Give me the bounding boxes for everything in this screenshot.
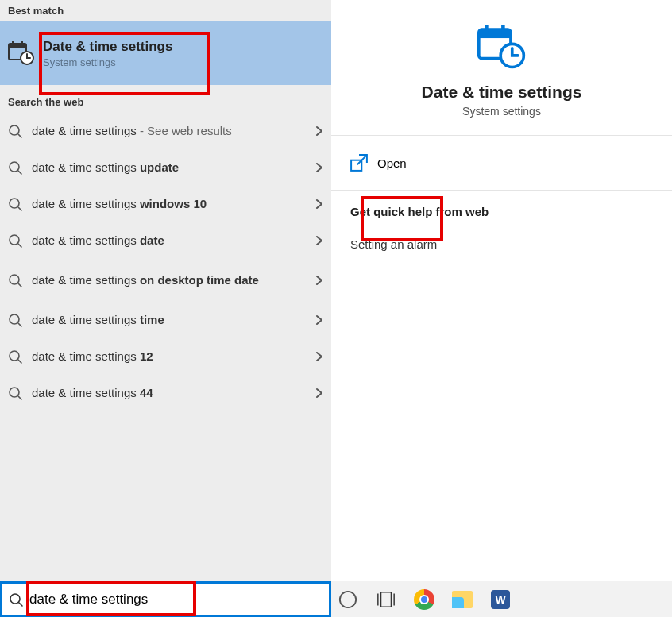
cortana-button[interactable] [336, 588, 360, 611]
preview-title: Date & time settings [339, 83, 664, 102]
suggestion-label: date & time settings 12 [32, 349, 307, 364]
search-icon [9, 592, 23, 607]
suggestion-label: date & time settings 44 [32, 386, 307, 400]
folder-icon [452, 591, 473, 608]
search-icon [8, 313, 22, 327]
search-icon [8, 273, 22, 287]
suggestion-label: date & time settings update [32, 160, 307, 175]
preview-header: Date & time settings System settings [331, 0, 672, 135]
annotation-bestmatch [39, 32, 210, 95]
task-view-button[interactable] [374, 588, 398, 611]
search-box[interactable] [0, 581, 331, 617]
chevron-right-icon [314, 162, 325, 173]
taskbar-tray: W [331, 581, 672, 617]
chevron-right-icon [314, 351, 325, 362]
suggestion-label: date & time settings time [32, 313, 307, 327]
open-icon [350, 154, 368, 172]
suggestion-list: date & time settings - See web resultsda… [0, 113, 331, 411]
chevron-right-icon [314, 388, 325, 399]
web-suggestion[interactable]: date & time settings - See web results [0, 113, 331, 149]
chrome-button[interactable] [412, 588, 436, 611]
suggestion-label: date & time settings - See web results [32, 124, 307, 138]
explorer-button[interactable] [450, 588, 474, 611]
chevron-right-icon [314, 235, 325, 246]
chrome-icon [414, 589, 434, 610]
suggestion-label: date & time settings date [32, 233, 307, 248]
task-view-icon [377, 590, 396, 609]
search-icon [8, 197, 22, 211]
date-time-icon [8, 40, 35, 67]
date-time-large-icon [477, 22, 527, 71]
annotation-search [26, 581, 196, 616]
web-suggestion[interactable]: date & time settings windows 10 [0, 186, 331, 222]
open-action[interactable]: Open [331, 136, 672, 190]
cortana-icon [338, 590, 357, 609]
web-suggestion[interactable]: date & time settings date [0, 222, 331, 259]
word-icon: W [491, 590, 510, 609]
preview-pane: Date & time settings System settings Ope… [331, 0, 672, 581]
preview-subtitle: System settings [339, 105, 664, 118]
chevron-right-icon [314, 199, 325, 210]
search-icon [8, 124, 22, 138]
search-icon [8, 233, 22, 248]
search-icon [8, 349, 22, 364]
annotation-open [361, 196, 443, 241]
best-match-heading: Best match [0, 0, 331, 21]
suggestion-label: date & time settings on desktop time dat… [32, 273, 307, 287]
search-icon [8, 386, 22, 400]
chevron-right-icon [314, 125, 325, 137]
web-suggestion[interactable]: date & time settings 12 [0, 338, 331, 375]
taskbar: W [0, 581, 672, 617]
web-suggestion[interactable]: date & time settings on desktop time dat… [0, 259, 331, 302]
web-suggestion[interactable]: date & time settings time [0, 302, 331, 338]
search-icon [8, 160, 22, 175]
chevron-right-icon [314, 314, 325, 326]
chevron-right-icon [314, 275, 325, 286]
open-label: Open [377, 156, 407, 170]
suggestion-label: date & time settings windows 10 [32, 197, 307, 211]
word-button[interactable]: W [489, 588, 512, 611]
web-suggestion[interactable]: date & time settings update [0, 149, 331, 186]
web-suggestion[interactable]: date & time settings 44 [0, 375, 331, 411]
